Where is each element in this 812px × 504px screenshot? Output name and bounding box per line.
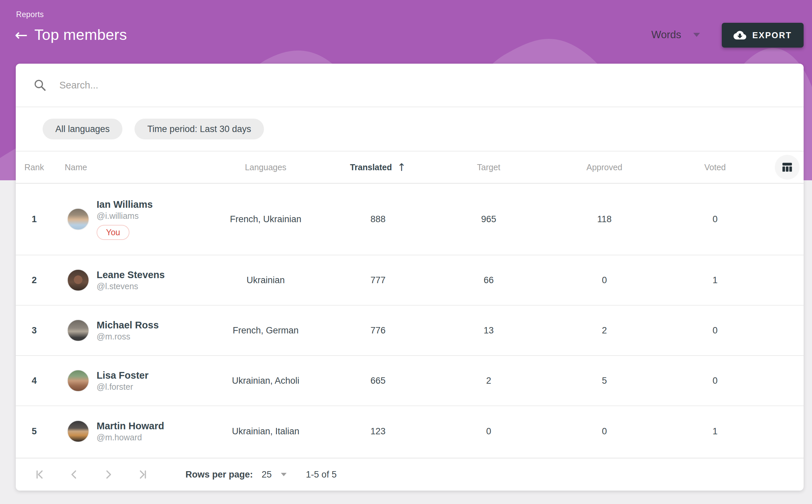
rows-per-page-value[interactable]: 25 <box>262 469 272 480</box>
languages-value: French, Ukrainian <box>204 214 328 225</box>
target-value: 2 <box>428 376 549 386</box>
member-username: @m.howard <box>97 432 142 443</box>
chevron-right-icon <box>101 467 115 482</box>
rank-value: 4 <box>16 376 53 386</box>
translated-value: 777 <box>328 275 428 286</box>
rank-value: 2 <box>16 275 53 286</box>
approved-value: 5 <box>549 376 660 386</box>
unit-dropdown-value: Words <box>651 29 681 41</box>
target-value: 66 <box>428 275 549 286</box>
unit-dropdown[interactable]: Words <box>651 29 700 41</box>
avatar <box>67 269 89 291</box>
column-header-rank[interactable]: Rank <box>16 163 53 172</box>
translated-value: 123 <box>328 426 428 437</box>
member-username: @l.stevens <box>97 281 138 292</box>
first-page-button[interactable] <box>29 464 51 485</box>
filter-chip-languages[interactable]: All languages <box>43 119 122 139</box>
table-row[interactable]: 4 Lisa Foster @l.forster Ukrainian, Acho… <box>16 356 804 406</box>
chevron-down-icon <box>693 33 700 37</box>
column-header-translated-label: Translated <box>350 163 392 172</box>
member-name[interactable]: Ian Williams <box>97 198 153 210</box>
export-button[interactable]: EXPORT <box>722 23 804 48</box>
next-page-button[interactable] <box>98 464 119 485</box>
search-bar <box>16 64 804 107</box>
member-name[interactable]: Michael Ross <box>97 319 159 331</box>
languages-value: Ukrainian <box>204 275 328 286</box>
member-username: @m.ross <box>97 331 130 342</box>
approved-value: 118 <box>549 214 660 225</box>
column-header-name[interactable]: Name <box>53 163 204 172</box>
voted-value: 0 <box>660 214 770 225</box>
filter-row: All languages Time period: Last 30 days <box>16 107 804 151</box>
rows-per-page-label: Rows per page: <box>185 469 253 480</box>
column-header-voted[interactable]: Voted <box>660 163 770 172</box>
first-page-icon <box>33 467 47 482</box>
target-value: 13 <box>428 325 549 336</box>
member-name[interactable]: Martin Howard <box>97 420 164 432</box>
chevron-left-icon <box>67 467 81 482</box>
translated-value: 776 <box>328 325 428 336</box>
member-name[interactable]: Leane Stevens <box>97 269 165 281</box>
column-header-languages[interactable]: Languages <box>204 163 328 172</box>
avatar <box>67 420 89 442</box>
column-header-translated[interactable]: Translated ↑ <box>328 161 428 173</box>
table-row[interactable]: 1 Ian Williams @i.williams You French, U… <box>16 184 804 255</box>
avatar <box>67 370 89 392</box>
approved-value2: 0 <box>549 426 660 437</box>
table-row[interactable]: 5 Martin Howard @m.howard Ukrainian, Ita… <box>16 406 804 456</box>
column-settings-button[interactable] <box>775 155 800 180</box>
cloud-download-icon <box>734 29 746 42</box>
member-username: @l.forster <box>97 381 133 392</box>
filter-chip-time-period[interactable]: Time period: Last 30 days <box>134 119 264 139</box>
page-title: Top members <box>35 26 127 44</box>
approved-value: 2 <box>549 325 660 336</box>
chevron-down-icon[interactable] <box>281 473 287 476</box>
export-button-label: EXPORT <box>752 30 792 40</box>
columns-icon <box>780 161 794 174</box>
target-value: 965 <box>428 214 549 225</box>
avatar <box>67 319 89 341</box>
previous-page-button[interactable] <box>63 464 85 485</box>
column-header-target[interactable]: Target <box>428 163 549 172</box>
rank-value: 1 <box>16 214 53 225</box>
sort-ascending-icon: ↑ <box>397 161 406 173</box>
breadcrumb[interactable]: Reports <box>16 10 44 19</box>
voted-value: 0 <box>660 325 770 336</box>
languages-value: French, German <box>204 325 328 336</box>
back-arrow-icon[interactable]: ← <box>15 27 28 43</box>
voted-value: 0 <box>660 376 770 386</box>
translated-value: 888 <box>328 214 428 225</box>
rank-value: 5 <box>16 426 53 437</box>
avatar <box>67 208 89 230</box>
voted-value: 1 <box>660 275 770 286</box>
rank-value: 3 <box>16 325 53 336</box>
target-value: 0 <box>428 426 549 437</box>
search-input[interactable] <box>59 80 786 91</box>
table-row[interactable]: 2 Leane Stevens @l.stevens Ukrainian 777… <box>16 255 804 306</box>
you-badge: You <box>97 225 129 240</box>
languages-value: Ukrainian, Italian <box>204 426 328 437</box>
last-page-button[interactable] <box>132 464 153 485</box>
voted-value: 1 <box>660 426 770 437</box>
member-name[interactable]: Lisa Foster <box>97 369 149 381</box>
languages-value: Ukrainian, Acholi <box>204 376 328 386</box>
search-icon <box>33 78 47 92</box>
table-header: Rank Name Languages Translated ↑ Target … <box>16 151 804 184</box>
translated-value: 665 <box>328 376 428 386</box>
pagination-range: 1-5 of 5 <box>306 469 337 480</box>
member-username: @i.williams <box>97 210 139 222</box>
column-header-approved[interactable]: Approved <box>549 163 660 172</box>
approved-value: 0 <box>549 275 660 286</box>
table-row[interactable]: 3 Michael Ross @m.ross French, German 77… <box>16 306 804 356</box>
pagination-bar: Rows per page: 25 1-5 of 5 <box>16 458 804 491</box>
report-card: All languages Time period: Last 30 days … <box>16 64 804 491</box>
last-page-icon <box>136 467 150 482</box>
